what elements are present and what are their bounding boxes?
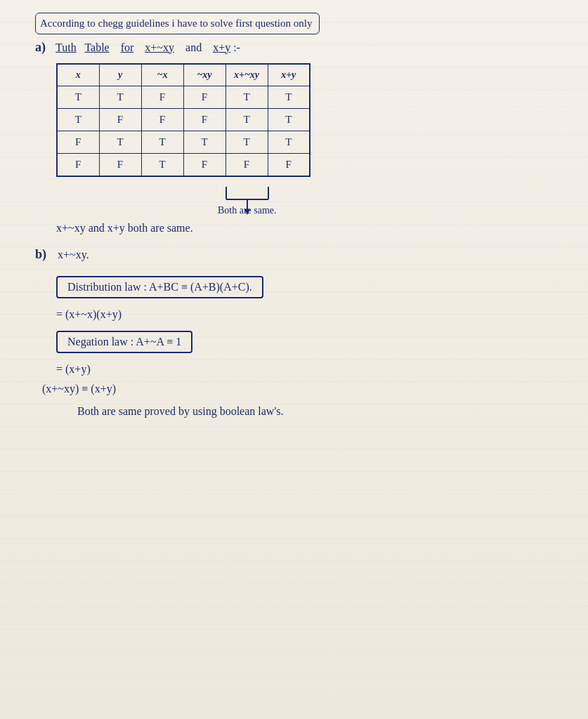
dist-law-text: Distribution law : A+BC ≡ (A+B)(A+C). [67, 281, 252, 293]
final-eq-line: (x+~xy) ≡ (x+y) [42, 383, 567, 395]
page: According to chegg guidelines i have to … [0, 0, 588, 719]
section-b: b) x+~xy. Distribution law : A+BC ≡ (A+B… [35, 247, 567, 418]
step1-text: = (x+~x)(x+y) [56, 308, 122, 320]
top-note: According to chegg guidelines i have to … [35, 13, 320, 34]
section-b-expr: x+~xy. [58, 249, 89, 261]
step1-line: = (x+~x)(x+y) [56, 308, 567, 321]
step2-line: = (x+y) [56, 363, 567, 376]
both-same-text: x+~xy and x+y both are same. [56, 222, 193, 234]
step2-text: = (x+y) [56, 363, 91, 375]
section-b-label: b) [35, 247, 46, 262]
truth-table: x y ~x ~xy x+~xy x+y T T F F T [56, 63, 311, 177]
final-eq-text: (x+~xy) ≡ (x+y) [42, 383, 116, 395]
col-expr2: x+y [268, 64, 310, 86]
both-same-stmt: x+~xy and x+y both are same. [56, 222, 567, 235]
top-note-text: According to chegg guidelines i have to … [40, 18, 312, 29]
colon: :- [233, 41, 240, 53]
bracket-arrows-svg [56, 184, 323, 215]
col-y: y [99, 64, 141, 86]
table-row: F T T T T T [57, 131, 310, 154]
and-word: and [185, 41, 202, 53]
section-a-label: a) [35, 40, 46, 55]
truth-word: Tuth [55, 41, 77, 53]
arrow-annotation: Both are same. [56, 184, 567, 215]
negation-law-box: Negation law : A+~A ≡ 1 [56, 331, 192, 353]
expr1: x+~xy [145, 41, 174, 53]
for-word: for [121, 41, 134, 53]
table-row: T T F F T T [57, 86, 310, 109]
both-are-same-label: Both are same. [218, 205, 277, 216]
col-notx: ~x [141, 64, 183, 86]
distribution-law-box: Distribution law : A+BC ≡ (A+B)(A+C). [56, 276, 263, 298]
table-row: F F T F F F [57, 154, 310, 176]
section-a: a) Tuth Table for x+~xy and x+y :- [35, 40, 567, 235]
expr2: x+y [213, 41, 230, 53]
col-expr1: x+~xy [226, 64, 268, 86]
conclusion-text: Both are same proved by using boolean la… [77, 405, 283, 417]
conclusion-line: Both are same proved by using boolean la… [77, 405, 567, 418]
table-row: T F F F T T [57, 109, 310, 131]
neg-law-text: Negation law : A+~A ≡ 1 [67, 336, 181, 348]
table-word: Table [84, 41, 109, 53]
col-notxy: ~xy [183, 64, 226, 86]
col-x: x [57, 64, 99, 86]
truth-table-grid: x y ~x ~xy x+~xy x+y T T F F T [56, 63, 311, 177]
